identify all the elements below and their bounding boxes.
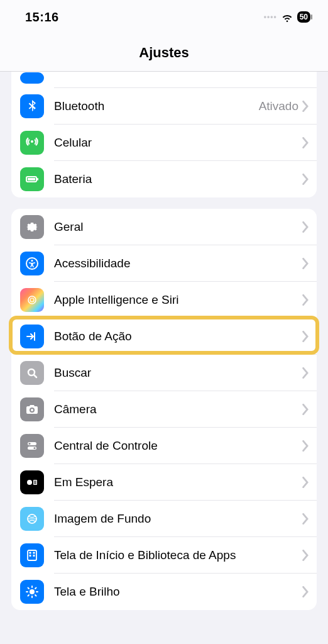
standby-icon <box>20 470 44 494</box>
row-label: Imagem de Fundo <box>54 512 302 526</box>
row-siri[interactable]: Apple Intelligence e Siri <box>11 282 317 318</box>
row-standby[interactable]: Em Espera <box>11 464 317 501</box>
settings-group-connectivity: Bluetooth Ativado Celular Bateria <box>11 72 317 197</box>
row-label: Tela de Início e Biblioteca de Apps <box>54 548 302 562</box>
status-time: 15:16 <box>25 10 59 25</box>
row-action-button[interactable]: Botão de Ação <box>11 318 317 355</box>
action-button-icon <box>20 325 44 348</box>
row-camera[interactable]: Câmera <box>11 391 317 428</box>
nav-header: Ajustes <box>0 34 328 72</box>
svg-point-24 <box>30 589 35 594</box>
svg-rect-19 <box>28 550 36 560</box>
row-label: Geral <box>54 220 302 234</box>
search-icon <box>20 361 44 385</box>
row-cellular[interactable]: Celular <box>11 125 317 161</box>
row-label: Celular <box>54 136 302 150</box>
chevron-right-icon <box>302 440 309 452</box>
settings-content: Bluetooth Ativado Celular Bateria <box>0 72 328 644</box>
svg-rect-21 <box>33 552 35 554</box>
row-bluetooth[interactable]: Bluetooth Ativado <box>11 88 317 125</box>
row-accessibility[interactable]: Acessibilidade <box>11 245 317 282</box>
row-display-brightness[interactable]: Tela e Brilho <box>11 574 317 610</box>
chevron-right-icon <box>302 586 309 597</box>
settings-group-general: Geral Acessibilidade Apple Intelligence … <box>11 209 317 610</box>
row-home-screen[interactable]: Tela de Início e Biblioteca de Apps <box>11 537 317 574</box>
status-bar: 15:16 •••• 50 <box>0 0 328 34</box>
page-title: Ajustes <box>139 45 189 61</box>
svg-point-13 <box>27 480 32 485</box>
chevron-right-icon <box>302 477 309 488</box>
svg-line-8 <box>34 375 36 377</box>
svg-point-6 <box>30 298 34 302</box>
chevron-right-icon <box>302 101 309 112</box>
row-value: Ativado <box>259 99 298 113</box>
wallpaper-icon <box>20 507 44 531</box>
svg-rect-15 <box>34 481 36 482</box>
svg-rect-1 <box>37 178 38 180</box>
chevron-right-icon <box>302 258 309 269</box>
row-label: Tela e Brilho <box>54 585 302 599</box>
row-label: Em Espera <box>54 475 302 489</box>
svg-point-12 <box>33 447 35 449</box>
chevron-right-icon <box>302 174 309 185</box>
row-label: Buscar <box>54 366 302 380</box>
status-icons: •••• 50 <box>264 11 310 23</box>
battery-icon <box>20 167 44 191</box>
svg-line-32 <box>35 588 36 589</box>
battery-level: 50 <box>297 11 310 23</box>
svg-line-30 <box>35 595 36 596</box>
svg-line-31 <box>28 595 30 596</box>
chevron-right-icon <box>302 550 309 561</box>
control-center-icon <box>20 434 44 458</box>
chevron-right-icon <box>302 331 309 342</box>
svg-point-5 <box>28 296 36 304</box>
svg-point-10 <box>28 443 30 445</box>
row-general[interactable]: Geral <box>11 209 317 245</box>
row-control-center[interactable]: Central de Controle <box>11 428 317 464</box>
row-battery[interactable]: Bateria <box>11 161 317 197</box>
row-label: Acessibilidade <box>54 257 302 270</box>
brightness-icon <box>20 580 44 604</box>
home-screen-icon <box>20 543 44 567</box>
row-airplane-partial[interactable] <box>11 72 317 88</box>
chevron-right-icon <box>302 404 309 415</box>
siri-icon <box>20 288 44 312</box>
svg-point-4 <box>31 260 33 262</box>
row-wallpaper[interactable]: Imagem de Fundo <box>11 501 317 537</box>
svg-line-29 <box>28 588 30 589</box>
row-label: Câmera <box>54 402 302 416</box>
row-label: Bluetooth <box>54 99 259 113</box>
chevron-right-icon <box>302 294 309 306</box>
svg-rect-22 <box>30 555 31 557</box>
plane-icon <box>20 72 44 84</box>
wifi-icon <box>281 11 293 23</box>
cellular-icon <box>20 131 44 155</box>
row-label: Bateria <box>54 172 302 186</box>
camera-icon <box>20 397 44 421</box>
gear-icon <box>20 215 44 239</box>
row-search[interactable]: Buscar <box>11 355 317 391</box>
row-label: Apple Intelligence e Siri <box>54 293 302 307</box>
accessibility-icon <box>20 252 44 275</box>
cell-signal-icon: •••• <box>264 13 277 21</box>
svg-rect-16 <box>34 482 36 483</box>
row-label: Central de Controle <box>54 439 302 453</box>
chevron-right-icon <box>302 513 309 525</box>
svg-rect-20 <box>30 552 31 554</box>
bluetooth-icon <box>20 94 44 118</box>
svg-rect-17 <box>34 484 36 484</box>
svg-rect-23 <box>33 555 35 557</box>
svg-rect-2 <box>28 178 35 180</box>
chevron-right-icon <box>302 137 309 148</box>
chevron-right-icon <box>302 221 309 233</box>
row-label: Botão de Ação <box>54 330 302 343</box>
chevron-right-icon <box>302 367 309 379</box>
